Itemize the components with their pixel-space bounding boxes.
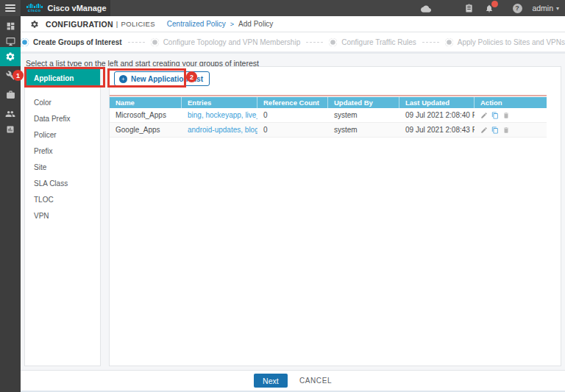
table-row: Microsoft_Apps bing, hockeyapp, live_hot… <box>110 108 547 123</box>
user-name: admin <box>532 4 553 13</box>
table-header-row: Name Entries Reference Count Updated By … <box>110 97 547 108</box>
step-configure-traffic-rules[interactable]: Configure Traffic Rules <box>329 38 416 46</box>
wizard-stepper: Create Groups of Interest Configure Topo… <box>21 32 565 54</box>
list-type-vpn[interactable]: VPN <box>25 207 100 224</box>
cell-name: Google_Apps <box>110 123 182 137</box>
step-connector <box>306 42 323 43</box>
list-type-policer[interactable]: Policer <box>25 126 100 143</box>
chevron-down-icon: ▾ <box>556 5 559 12</box>
list-content-panel: New Application List Name Entries Refere… <box>109 66 561 366</box>
list-type-color[interactable]: Color <box>25 94 100 110</box>
table-row: Google_Apps android-updates, blogger, c.… <box>110 123 547 138</box>
step-inactive-icon <box>329 38 337 46</box>
sidebar-item-administration[interactable] <box>0 106 21 119</box>
list-type-prefix[interactable]: Prefix <box>25 143 100 159</box>
sidebar-item-analytics[interactable] <box>0 123 21 136</box>
list-type-data-prefix[interactable]: Data Prefix <box>25 110 100 126</box>
breadcrumb: CONFIGURATION | POLICIES Centralized Pol… <box>21 16 565 32</box>
step-connector <box>422 42 439 43</box>
step-inactive-icon <box>445 38 453 46</box>
list-type-sla-class[interactable]: SLA Class <box>25 175 100 191</box>
column-header-updated-by: Updated By <box>328 97 399 108</box>
column-header-reference-count: Reference Count <box>257 97 328 108</box>
annotation-badge-2: 2 <box>186 71 197 82</box>
brand-logo-block: cisco Cisco vManage <box>21 0 110 16</box>
notification-badge <box>491 1 498 7</box>
step-configure-topology[interactable]: Configure Topology and VPN Membership <box>151 38 301 46</box>
sidebar-item-monitor[interactable] <box>0 35 21 48</box>
column-header-name: Name <box>110 97 182 108</box>
step-create-groups-of-interest[interactable]: Create Groups of Interest <box>21 38 122 46</box>
configuration-gear-icon <box>28 18 41 30</box>
cisco-logo-word: cisco <box>28 8 41 13</box>
cell-actions <box>475 123 547 137</box>
top-navigation-bar: cisco Cisco vManage ? admin ▾ <box>0 0 565 16</box>
cell-actions <box>475 108 547 122</box>
page-section-title: CONFIGURATION <box>46 20 113 29</box>
list-type-site[interactable]: Site <box>25 159 100 175</box>
wizard-footer: Next CANCEL <box>21 370 565 391</box>
sidebar-item-maintenance[interactable] <box>0 88 21 101</box>
cell-name: Microsoft_Apps <box>110 108 182 122</box>
cell-reference-count: 0 <box>257 123 328 137</box>
annotation-badge-1: 1 <box>13 70 24 81</box>
list-type-panel: Application Color Data Prefix Policer Pr… <box>24 66 101 366</box>
copy-icon[interactable] <box>491 112 499 119</box>
menu-hamburger-icon[interactable] <box>5 4 15 12</box>
cisco-logo-icon: cisco <box>26 4 43 13</box>
product-title: Cisco vManage <box>48 4 107 13</box>
page-subsection-title: POLICIES <box>121 20 155 28</box>
cell-entries-link[interactable]: bing, hockeyapp, live_hotm... <box>182 108 257 122</box>
column-header-last-updated: Last Updated <box>399 97 475 108</box>
column-header-entries: Entries <box>182 97 257 108</box>
tasks-clipboard-icon[interactable] <box>462 2 475 14</box>
breadcrumb-current-page: Add Policy <box>238 20 273 28</box>
cell-entries-link[interactable]: android-updates, blogger, c... <box>182 123 257 137</box>
cancel-button[interactable]: CANCEL <box>299 377 332 385</box>
breadcrumb-arrow: > <box>230 21 234 28</box>
user-menu[interactable]: admin ▾ <box>532 0 559 16</box>
cell-updated-by: system <box>328 123 399 137</box>
step-apply-policies[interactable]: Apply Policies to Sites and VPNs <box>445 38 565 46</box>
edit-pencil-icon[interactable] <box>480 126 488 134</box>
delete-trash-icon[interactable] <box>502 112 510 119</box>
vmanage-app-window: cisco Cisco vManage ? admin ▾ <box>0 0 565 392</box>
breadcrumb-link-centralized-policy[interactable]: Centralized Policy <box>167 20 226 28</box>
application-lists-table: Name Entries Reference Count Updated By … <box>110 97 547 138</box>
step-connector <box>128 42 145 43</box>
cloud-icon[interactable] <box>419 2 433 14</box>
step-inactive-icon <box>151 38 159 46</box>
cell-updated-by: system <box>328 108 399 122</box>
edit-pencil-icon[interactable] <box>480 112 488 119</box>
next-button[interactable]: Next <box>254 374 288 388</box>
page-subsection-divider: | <box>116 20 118 28</box>
list-type-application[interactable]: Application <box>25 69 100 87</box>
cell-last-updated: 09 Jul 2021 2:08:43 PM CE... <box>399 123 475 137</box>
cell-last-updated: 09 Jul 2021 2:08:40 PM CE... <box>399 108 475 122</box>
notifications-bell-icon[interactable] <box>483 2 496 14</box>
main-content-area: Create Groups of Interest Configure Topo… <box>21 32 565 370</box>
column-header-action: Action <box>475 97 547 108</box>
copy-icon[interactable] <box>491 126 499 134</box>
delete-trash-icon[interactable] <box>502 126 510 134</box>
plus-icon <box>119 75 127 83</box>
step-active-icon <box>21 38 29 46</box>
sidebar-item-dashboard[interactable] <box>0 19 21 32</box>
table-top-divider <box>110 95 547 96</box>
cell-reference-count: 0 <box>257 108 328 122</box>
help-icon[interactable]: ? <box>511 2 524 14</box>
list-type-tloc[interactable]: TLOC <box>25 191 100 207</box>
sidebar-item-configuration[interactable] <box>0 47 21 66</box>
